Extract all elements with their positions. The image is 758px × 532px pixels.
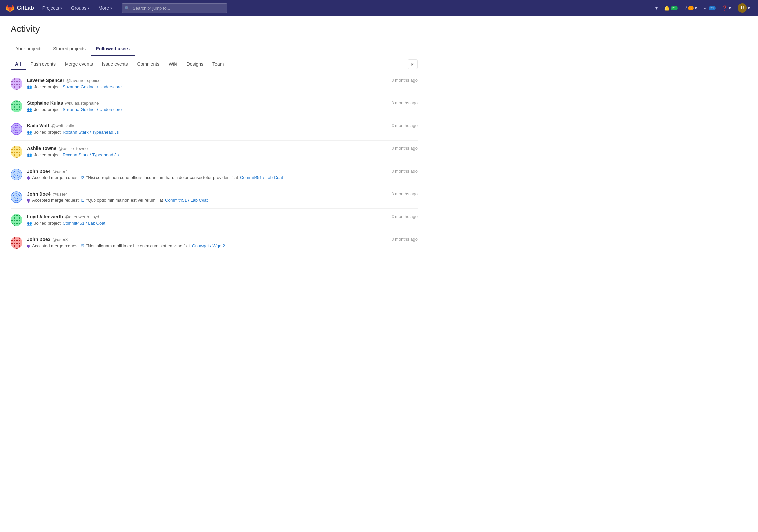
project-link[interactable]: Commit451 / Lab Coat xyxy=(165,198,208,203)
user-handle: @ashlie_towne xyxy=(58,146,87,151)
search-container: 🔍 xyxy=(122,3,227,13)
activity-time: 3 months ago xyxy=(386,237,418,242)
tab-followed-users[interactable]: Followed users xyxy=(91,42,135,56)
page-content: Activity Your projects Starred projects … xyxy=(0,16,428,262)
help-button[interactable]: ❓ ▾ xyxy=(719,3,734,13)
user-name: John Doe4 xyxy=(27,191,51,197)
action-text: Joined project xyxy=(34,107,61,112)
mr-ref-link[interactable]: !2 xyxy=(81,175,84,180)
filter-all[interactable]: All xyxy=(11,59,26,70)
avatar xyxy=(11,169,22,181)
plus-chevron-icon: ▾ xyxy=(655,5,658,11)
user-handle: @user4 xyxy=(53,192,68,197)
activity-list: Laverne Spencer@laverne_spencer👥Joined p… xyxy=(11,72,418,254)
user-avatar-button[interactable]: U ▾ xyxy=(735,1,753,15)
rss-button[interactable]: ⊡ xyxy=(408,59,418,69)
avatar xyxy=(11,191,22,203)
search-input[interactable] xyxy=(122,3,227,13)
action-text: Joined project xyxy=(34,152,61,157)
merge-requests-button[interactable]: ⑂ 6 ▾ xyxy=(682,3,700,13)
activity-time: 3 months ago xyxy=(386,146,418,151)
user-name: Ashlie Towne xyxy=(27,146,56,151)
filter-designs[interactable]: Designs xyxy=(182,59,208,70)
user-name: Laverne Spencer xyxy=(27,78,64,83)
activity-time: 3 months ago xyxy=(386,78,418,83)
list-item: John Doe4@user4ψAccepted merge request!2… xyxy=(11,163,418,186)
list-item: Stephaine Kulas@kulas.stephaine👥Joined p… xyxy=(11,95,418,118)
filter-comments[interactable]: Comments xyxy=(132,59,164,70)
project-link[interactable]: Gnuwget / Wget2 xyxy=(192,243,225,248)
main-tabs: Your projects Starred projects Followed … xyxy=(11,42,418,56)
filter-team[interactable]: Team xyxy=(208,59,228,70)
filter-issue-events[interactable]: Issue events xyxy=(97,59,133,70)
plus-icon: ＋ xyxy=(650,5,654,11)
avatar xyxy=(11,146,22,158)
navbar: GitLab Projects ▾ Groups ▾ More ▾ 🔍 ＋ ▾ … xyxy=(0,0,758,16)
projects-chevron-icon: ▾ xyxy=(60,6,62,10)
join-icon: 👥 xyxy=(27,107,32,112)
mr-ref-link[interactable]: !1 xyxy=(81,198,84,203)
mr-title: "Non aliquam mollitia ex hic enim cum si… xyxy=(86,243,190,248)
action-text: Accepted merge request xyxy=(32,198,79,203)
filter-push-events[interactable]: Push events xyxy=(26,59,60,70)
user-name: Kaila Wolf xyxy=(27,123,49,128)
user-name: John Doe4 xyxy=(27,169,51,174)
merge-icon: ⑂ xyxy=(684,5,687,11)
join-icon: 👥 xyxy=(27,84,32,89)
help-icon: ❓ xyxy=(722,5,728,11)
avatar xyxy=(11,123,22,135)
avatar xyxy=(11,78,22,89)
merge-branch-icon: ψ xyxy=(27,175,30,180)
tab-starred-projects[interactable]: Starred projects xyxy=(48,42,91,56)
list-item: Loyd Altenwerth@altenwerth_loyd👥Joined p… xyxy=(11,209,418,231)
join-icon: 👥 xyxy=(27,130,32,135)
main-tabs-container: Your projects Starred projects Followed … xyxy=(11,42,418,56)
action-text: Accepted merge request xyxy=(32,243,79,248)
user-handle: @laverne_spencer xyxy=(66,78,102,83)
action-text: Joined project xyxy=(34,130,61,135)
avatar xyxy=(11,214,22,226)
help-chevron-icon: ▾ xyxy=(729,5,731,11)
list-item: Kaila Wolf@wolf_kaila👥Joined projectRoxa… xyxy=(11,118,418,141)
project-link[interactable]: Suzanna Goldner / Underscore xyxy=(63,107,121,112)
brand-name: GitLab xyxy=(17,5,34,11)
groups-chevron-icon: ▾ xyxy=(87,6,89,10)
navbar-right: ＋ ▾ 🔔 21 ⑂ 6 ▾ ✓ 21 ❓ ▾ U ▾ xyxy=(647,1,753,15)
user-handle: @user4 xyxy=(53,169,68,174)
avatar-chevron-icon: ▾ xyxy=(748,5,750,11)
merges-badge: 6 xyxy=(688,6,694,10)
join-icon: 👥 xyxy=(27,221,32,225)
filter-tabs: All Push events Merge events Issue event… xyxy=(11,59,408,69)
groups-menu[interactable]: Groups ▾ xyxy=(68,3,92,13)
activity-time: 3 months ago xyxy=(386,214,418,219)
new-item-button[interactable]: ＋ ▾ xyxy=(647,3,660,13)
more-menu[interactable]: More ▾ xyxy=(95,3,115,13)
project-link[interactable]: Roxann Stark / Typeahead.Js xyxy=(63,152,119,157)
project-link[interactable]: Commit451 / Lab Coat xyxy=(240,175,283,180)
projects-menu[interactable]: Projects ▾ xyxy=(39,3,65,13)
tab-your-projects[interactable]: Your projects xyxy=(11,42,48,56)
project-link[interactable]: Commit451 / Lab Coat xyxy=(63,220,105,225)
todos-button[interactable]: ✓ 21 xyxy=(701,3,718,13)
filter-merge-events[interactable]: Merge events xyxy=(60,59,97,70)
filter-wiki[interactable]: Wiki xyxy=(164,59,182,70)
user-name: Loyd Altenwerth xyxy=(27,214,63,219)
list-item: John Doe4@user4ψAccepted merge request!1… xyxy=(11,186,418,209)
project-link[interactable]: Roxann Stark / Typeahead.Js xyxy=(63,130,119,135)
list-item: John Doe3@user3ψAccepted merge request!9… xyxy=(11,231,418,254)
more-chevron-icon: ▾ xyxy=(110,6,112,10)
notifications-button[interactable]: 🔔 21 xyxy=(662,3,680,13)
brand-logo[interactable]: GitLab xyxy=(5,3,34,13)
notifications-badge: 21 xyxy=(671,6,678,10)
avatar xyxy=(11,237,22,249)
user-name: John Doe3 xyxy=(27,237,51,242)
user-name: Stephaine Kulas xyxy=(27,100,63,106)
action-text: Joined project xyxy=(34,220,61,225)
merge-branch-icon: ψ xyxy=(27,198,30,203)
mr-ref-link[interactable]: !9 xyxy=(81,243,84,248)
merge-chevron-icon: ▾ xyxy=(695,5,697,11)
user-handle: @kulas.stephaine xyxy=(65,101,99,106)
list-item: Laverne Spencer@laverne_spencer👥Joined p… xyxy=(11,72,418,95)
rss-icon: ⊡ xyxy=(411,62,415,67)
project-link[interactable]: Suzanna Goldner / Underscore xyxy=(63,84,121,89)
